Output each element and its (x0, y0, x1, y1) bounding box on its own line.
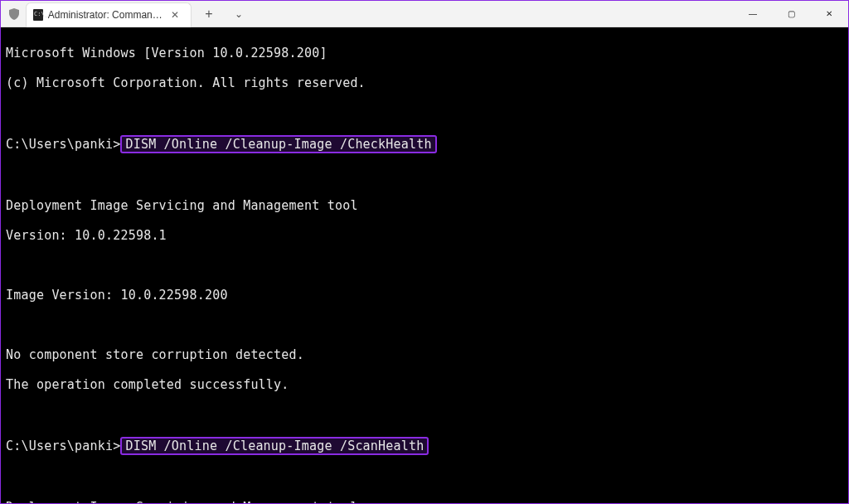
minimize-button[interactable]: — (734, 1, 772, 27)
blank (6, 258, 843, 273)
deploy-tool-1a: Deployment Image Servicing and Managemen… (6, 198, 843, 213)
blank (6, 168, 843, 183)
maximize-button[interactable]: ▢ (772, 1, 810, 27)
tab-command-prompt[interactable]: Administrator: Command Prom ✕ (26, 2, 192, 27)
titlebar: Administrator: Command Prom ✕ + ⌄ — ▢ ✕ (1, 1, 848, 27)
command-line-2: C:\Users\panki>DISM /Online /Cleanup-Ima… (6, 437, 843, 455)
copyright-line: (c) Microsoft Corporation. All rights re… (6, 75, 843, 90)
blank (6, 470, 843, 485)
tab-dropdown-button[interactable]: ⌄ (226, 8, 251, 20)
os-version-line: Microsoft Windows [Version 10.0.22598.20… (6, 46, 843, 61)
new-tab-button[interactable]: + (196, 7, 221, 22)
command-prompt-window: Administrator: Command Prom ✕ + ⌄ — ▢ ✕ … (0, 0, 849, 504)
deploy-tool-1b: Version: 10.0.22598.1 (6, 228, 843, 243)
image-version-1: Image Version: 10.0.22598.200 (6, 288, 843, 303)
blank (6, 317, 843, 332)
terminal-output[interactable]: Microsoft Windows [Version 10.0.22598.20… (1, 27, 848, 503)
result-1a: No component store corruption detected. (6, 347, 843, 362)
dism-scanhealth-command: DISM /Online /Cleanup-Image /ScanHealth (120, 437, 429, 455)
deploy-tool-2a: Deployment Image Servicing and Managemen… (6, 500, 843, 503)
result-1b: The operation completed successfully. (6, 377, 843, 392)
tab-title: Administrator: Command Prom (48, 9, 163, 21)
titlebar-left: Administrator: Command Prom ✕ + ⌄ (1, 1, 255, 27)
blank (6, 105, 843, 120)
command-line-1: C:\Users\panki>DISM /Online /Cleanup-Ima… (6, 135, 843, 153)
prompt-2: C:\Users\panki> (6, 439, 120, 453)
close-button[interactable]: ✕ (810, 1, 848, 27)
blank (6, 407, 843, 422)
cmd-icon (33, 9, 43, 21)
prompt-1: C:\Users\panki> (6, 137, 120, 152)
window-controls: — ▢ ✕ (734, 1, 848, 27)
dism-checkhealth-command: DISM /Online /Cleanup-Image /CheckHealth (120, 135, 436, 153)
tab-close-button[interactable]: ✕ (167, 9, 182, 21)
titlebar-drag-region[interactable] (255, 1, 734, 27)
shield-icon (7, 7, 21, 21)
